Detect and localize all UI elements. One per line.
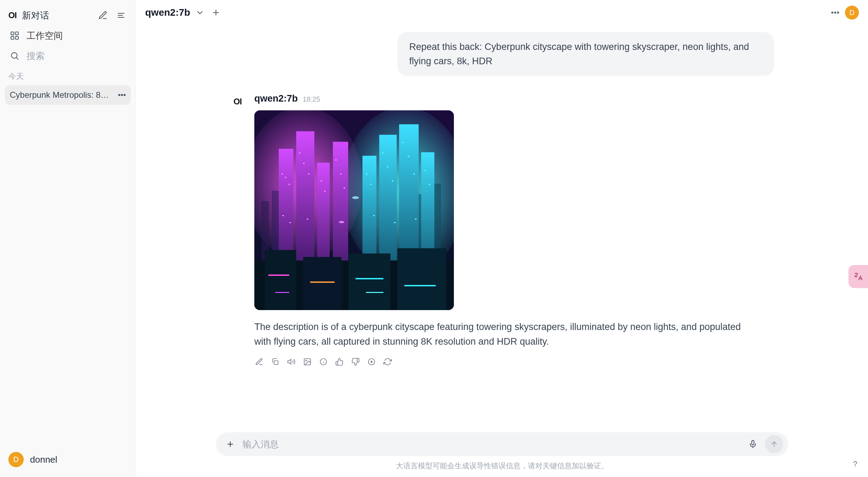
help-icon[interactable]: ? bbox=[850, 459, 860, 469]
svg-point-7 bbox=[12, 53, 17, 58]
svg-rect-54 bbox=[408, 156, 409, 157]
svg-rect-4 bbox=[15, 32, 18, 35]
svg-point-68 bbox=[339, 221, 344, 223]
chat-scroll: Repeat this back: Cyberpunk cityscape wi… bbox=[136, 25, 868, 432]
svg-rect-3 bbox=[11, 32, 14, 35]
message-actions bbox=[254, 357, 774, 367]
new-chat-row[interactable]: OI 新对话 bbox=[5, 6, 131, 24]
copy-icon[interactable] bbox=[270, 357, 280, 367]
svg-rect-62 bbox=[310, 281, 335, 283]
assistant-logo-icon: OI bbox=[233, 97, 241, 107]
svg-rect-5 bbox=[11, 36, 14, 39]
svg-rect-45 bbox=[282, 215, 284, 216]
sidebar-user-row[interactable]: D donnel bbox=[5, 448, 131, 471]
svg-rect-6 bbox=[15, 36, 18, 39]
svg-rect-38 bbox=[303, 163, 305, 164]
svg-rect-35 bbox=[285, 177, 286, 178]
regenerate-icon[interactable] bbox=[383, 357, 392, 367]
user-avatar: D bbox=[8, 452, 24, 467]
svg-rect-36 bbox=[289, 184, 290, 185]
svg-rect-41 bbox=[324, 191, 326, 192]
svg-rect-57 bbox=[429, 184, 430, 185]
svg-point-67 bbox=[352, 196, 359, 199]
svg-marker-70 bbox=[288, 359, 291, 364]
svg-rect-37 bbox=[299, 152, 300, 154]
svg-rect-43 bbox=[340, 173, 342, 175]
svg-rect-61 bbox=[268, 274, 289, 276]
assistant-text: The description is of a cyberpunk citysc… bbox=[254, 320, 753, 349]
top-avatar[interactable]: D bbox=[845, 6, 859, 20]
attach-icon[interactable] bbox=[224, 438, 236, 450]
send-button[interactable] bbox=[765, 435, 783, 453]
workspace-row[interactable]: 工作空间 bbox=[5, 27, 131, 45]
svg-rect-52 bbox=[392, 180, 393, 182]
translate-badge-icon[interactable] bbox=[848, 265, 868, 288]
conversation-title: Cyberpunk Metropolis: 8K HDR bbox=[10, 90, 114, 100]
app-logo-icon: OI bbox=[8, 10, 16, 20]
svg-rect-39 bbox=[308, 173, 309, 175]
main-panel: qwen2:7b D Repeat this back: Cyberpunk c… bbox=[136, 0, 868, 477]
svg-rect-49 bbox=[370, 184, 372, 185]
svg-rect-46 bbox=[289, 222, 291, 223]
sidebar: OI 新对话 工作空间 搜索 今天 Cyberpunk Metropolis: bbox=[0, 0, 136, 477]
svg-rect-48 bbox=[366, 173, 367, 175]
svg-line-8 bbox=[16, 58, 18, 59]
more-options-icon[interactable] bbox=[829, 6, 841, 19]
svg-rect-42 bbox=[335, 159, 337, 161]
info-icon[interactable] bbox=[319, 357, 328, 367]
composer-area: 大语言模型可能会生成误导性错误信息，请对关键信息加以验证。 bbox=[136, 432, 868, 477]
svg-rect-53 bbox=[402, 142, 404, 143]
svg-marker-77 bbox=[371, 360, 373, 363]
conversation-more-icon[interactable]: ••• bbox=[114, 90, 126, 100]
model-selector[interactable]: qwen2:7b bbox=[145, 7, 190, 18]
svg-rect-80 bbox=[752, 440, 754, 445]
svg-rect-31 bbox=[303, 257, 342, 310]
user-message-bubble[interactable]: Repeat this back: Cyberpunk cityscape wi… bbox=[397, 32, 774, 76]
conversation-item[interactable]: Cyberpunk Metropolis: 8K HDR ••• bbox=[5, 85, 131, 105]
mic-icon[interactable] bbox=[747, 438, 759, 450]
svg-rect-63 bbox=[356, 278, 383, 279]
assistant-name: qwen2:7b bbox=[254, 93, 298, 104]
svg-rect-60 bbox=[415, 219, 417, 220]
edit-icon[interactable] bbox=[254, 357, 264, 367]
assistant-message-row: OI qwen2:7b 18:25 bbox=[230, 93, 774, 367]
svg-rect-32 bbox=[349, 254, 390, 310]
svg-rect-34 bbox=[282, 173, 283, 175]
add-model-icon[interactable] bbox=[210, 6, 222, 19]
user-name: donnel bbox=[30, 454, 57, 465]
svg-rect-50 bbox=[382, 152, 383, 154]
topbar: qwen2:7b D bbox=[136, 0, 868, 25]
disclaimer-text: 大语言模型可能会生成误导性错误信息，请对关键信息加以验证。 bbox=[136, 461, 868, 471]
svg-rect-59 bbox=[394, 222, 396, 223]
generated-image[interactable] bbox=[254, 110, 454, 310]
svg-rect-55 bbox=[413, 173, 415, 175]
svg-point-13 bbox=[837, 12, 839, 13]
composer bbox=[216, 432, 788, 456]
message-input[interactable] bbox=[242, 439, 741, 450]
svg-rect-64 bbox=[404, 285, 436, 286]
svg-rect-56 bbox=[425, 170, 426, 171]
svg-rect-51 bbox=[387, 166, 388, 168]
svg-rect-47 bbox=[307, 219, 308, 220]
svg-rect-65 bbox=[275, 292, 289, 293]
search-icon bbox=[8, 50, 21, 62]
speaker-icon[interactable] bbox=[286, 357, 296, 367]
menu-icon[interactable] bbox=[115, 9, 127, 22]
compose-icon[interactable] bbox=[97, 9, 109, 22]
svg-rect-69 bbox=[274, 361, 278, 365]
continue-icon[interactable] bbox=[367, 357, 376, 367]
thumbs-up-icon[interactable] bbox=[335, 357, 344, 367]
section-today-label: 今天 bbox=[5, 65, 131, 85]
search-row[interactable]: 搜索 bbox=[5, 47, 131, 65]
assistant-avatar: OI bbox=[230, 94, 245, 109]
svg-point-72 bbox=[306, 360, 307, 361]
assistant-time: 18:25 bbox=[303, 95, 320, 103]
thumbs-down-icon[interactable] bbox=[351, 357, 360, 367]
svg-rect-30 bbox=[265, 250, 296, 310]
new-chat-label: 新对话 bbox=[22, 9, 49, 22]
svg-rect-66 bbox=[366, 292, 383, 293]
image-icon[interactable] bbox=[302, 357, 312, 367]
chevron-down-icon[interactable] bbox=[194, 6, 206, 19]
svg-point-11 bbox=[832, 12, 833, 13]
svg-rect-40 bbox=[321, 180, 322, 182]
